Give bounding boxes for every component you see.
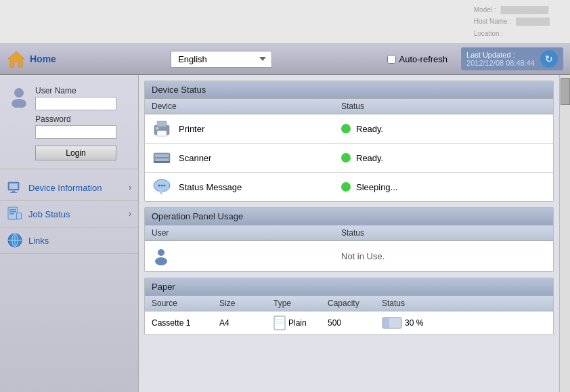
last-updated-text: Last Updated : 2012/12/08 08:48:44 <box>466 51 535 67</box>
login-button[interactable]: Login <box>35 146 116 160</box>
svg-point-27 <box>158 185 160 187</box>
svg-rect-6 <box>10 192 17 193</box>
username-input[interactable] <box>35 97 116 110</box>
refresh-icon: ↻ <box>545 53 553 64</box>
svg-rect-9 <box>9 211 16 213</box>
svg-rect-32 <box>274 316 285 330</box>
scanner-status-col: Ready. <box>341 153 546 163</box>
paper-type-value: Plain <box>288 318 307 328</box>
model-row: Model : ██████████ <box>474 4 550 16</box>
printer-status-text: Ready. <box>356 124 383 134</box>
svg-rect-38 <box>383 318 389 328</box>
svg-point-31 <box>155 257 167 265</box>
user-fields: User Name Password Login <box>35 86 130 160</box>
hostname-value: ███████ <box>516 18 550 25</box>
status-msg-status-col: Sleeping... <box>341 182 546 192</box>
svg-point-28 <box>161 185 163 187</box>
job-status-icon <box>7 206 23 222</box>
hostname-row: Host Name : ███████ <box>474 16 550 28</box>
sidebar-item-job-status[interactable]: Job Status › <box>0 201 138 227</box>
printer-status-dot <box>341 124 351 133</box>
op-user-icon <box>152 246 171 265</box>
op-status-col-header: Status <box>341 228 546 238</box>
password-input[interactable] <box>35 125 116 139</box>
sidebar-nav: Device Information › Job Status <box>0 169 138 259</box>
last-updated-label: Last Updated : <box>466 51 535 59</box>
svg-marker-0 <box>8 51 24 67</box>
printer-status-col: Ready. <box>341 124 546 134</box>
sidebar-item-links[interactable]: Links <box>0 227 138 254</box>
status-message-text: Sleeping... <box>356 182 397 192</box>
svg-rect-20 <box>156 127 158 129</box>
home-icon <box>7 49 26 68</box>
model-label: Model : <box>474 6 496 14</box>
status-col-header: Status <box>341 102 546 111</box>
paper-capacity-col-header: Capacity <box>328 299 382 308</box>
svg-rect-12 <box>17 213 21 219</box>
device-information-chevron: › <box>129 183 131 192</box>
status-message-dot <box>341 182 351 192</box>
paper-type-col-header: Type <box>273 299 328 308</box>
svg-rect-23 <box>154 161 170 163</box>
svg-rect-10 <box>9 213 14 215</box>
svg-point-2 <box>12 99 26 108</box>
login-label: Login <box>66 148 85 158</box>
paper-section-header: Paper <box>145 278 553 296</box>
user-avatar-icon <box>8 86 30 108</box>
scrollbar-thumb[interactable] <box>561 78 570 105</box>
sidebar-item-device-information[interactable]: Device Information › <box>0 175 138 201</box>
paper-size-cell: A4 <box>219 318 273 328</box>
sidebar-item-label-device-information: Device Information <box>28 183 102 193</box>
auto-refresh-wrapper: Auto-refresh <box>387 54 448 64</box>
scanner-label: Scanner <box>179 153 211 163</box>
model-value: ██████████ <box>501 6 549 14</box>
location-row: Location : <box>474 28 550 40</box>
home-button[interactable]: Home <box>7 49 56 68</box>
status-msg-device-col: Status Message <box>152 177 341 197</box>
last-updated-wrapper: Last Updated : 2012/12/08 08:48:44 ↻ <box>461 47 563 70</box>
paper-sheet-icon <box>273 315 286 330</box>
language-wrapper: English Japanese French German Spanish <box>70 51 374 68</box>
table-row: Printer Ready. <box>145 114 553 144</box>
main-layout: User Name Password Login <box>0 75 570 392</box>
last-updated-value: 2012/12/08 08:48:44 <box>466 59 535 67</box>
svg-rect-19 <box>157 131 167 136</box>
location-label: Location : <box>474 30 503 37</box>
user-panel: User Name Password Login <box>0 81 138 169</box>
paper-source-cell: Cassette 1 <box>152 318 219 328</box>
sidebar-item-label-links: Links <box>28 236 49 246</box>
paper-status-value: 30 % <box>405 318 423 328</box>
scrollbar[interactable] <box>559 75 570 392</box>
paper-size-value: A4 <box>219 318 229 328</box>
auto-refresh-checkbox[interactable] <box>387 55 396 64</box>
auto-refresh-label[interactable]: Auto-refresh <box>399 54 448 64</box>
paper-source-value: Cassette 1 <box>152 318 190 328</box>
operation-panel-section: Operation Panel Usage User Status Not in… <box>144 207 554 272</box>
device-col-header: Device <box>152 102 341 111</box>
printer-label: Printer <box>179 124 204 134</box>
operation-panel-column-headers: User Status <box>145 225 553 241</box>
table-row: Not in Use. <box>145 241 553 271</box>
svg-rect-18 <box>157 121 167 127</box>
paper-tray-icon <box>382 317 402 329</box>
paper-size-col-header: Size <box>219 299 273 308</box>
status-message-label: Status Message <box>179 182 242 192</box>
links-icon <box>7 232 23 248</box>
device-status-section: Device Status Device Status Printer <box>144 81 554 202</box>
username-label: User Name <box>35 86 130 95</box>
op-user-col <box>152 246 341 265</box>
svg-rect-4 <box>9 183 18 189</box>
paper-section: Paper Source Size Type Capacity Status C… <box>144 278 554 335</box>
device-status-header: Device Status <box>145 81 553 99</box>
svg-point-1 <box>14 88 24 97</box>
language-select[interactable]: English Japanese French German Spanish <box>171 51 272 68</box>
op-status-text: Not in Use. <box>341 251 385 261</box>
sidebar-item-label-job-status: Job Status <box>28 209 70 219</box>
table-row: Cassette 1 A4 Plain 500 <box>145 311 553 334</box>
refresh-button[interactable]: ↻ <box>540 50 558 68</box>
scanner-device-col: Scanner <box>152 148 341 168</box>
table-row: Scanner Ready. <box>145 144 553 173</box>
content-area: Device Status Device Status Printer <box>139 75 559 392</box>
job-status-chevron: › <box>129 209 131 219</box>
paper-type-cell: Plain <box>273 315 328 330</box>
